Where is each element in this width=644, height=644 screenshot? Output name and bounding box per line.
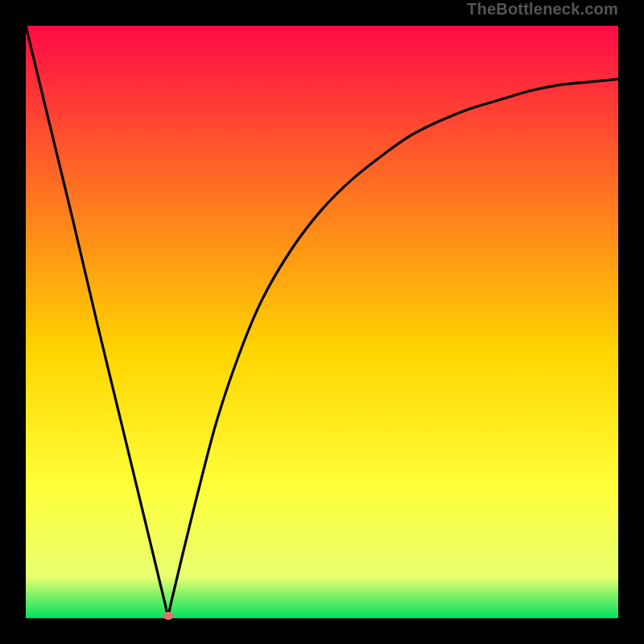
minimum-marker [163, 612, 174, 620]
plot-area [26, 26, 618, 618]
chart-frame [12, 12, 632, 632]
bottleneck-curve [26, 26, 618, 618]
watermark-text: TheBottleneck.com [467, 0, 618, 19]
